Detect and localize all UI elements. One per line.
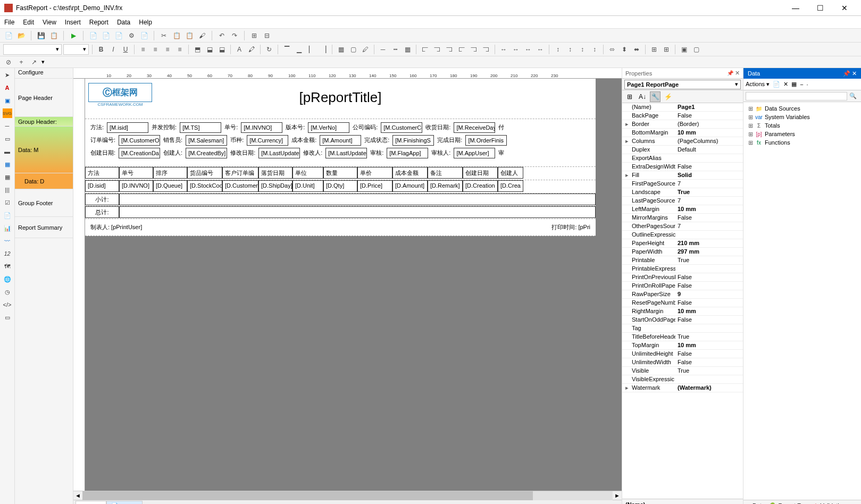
property-row[interactable]: TopMargin10 mm — [622, 341, 743, 350]
tree-item[interactable]: ⊞ΣTotals — [746, 121, 859, 130]
table-header-cell[interactable]: 创建日期 — [463, 167, 498, 179]
rotate-icon[interactable]: ↻ — [264, 44, 274, 55]
map-tool-icon[interactable]: 🗺 — [3, 262, 12, 271]
space-v2-icon[interactable]: ↕ — [565, 44, 575, 55]
total-row[interactable]: 总计: — [85, 206, 596, 219]
page1-tab[interactable]: 📄Page1 — [106, 501, 143, 504]
field-value[interactable]: [M.Amount] — [320, 135, 361, 146]
table-header-area[interactable]: 方法单号排序货品编号客户订单编落货日期单位数量单价成本金额备注创建日期创建人 — [85, 167, 596, 180]
shape-tool-icon[interactable]: ▭ — [3, 134, 12, 144]
property-value[interactable] — [675, 265, 743, 273]
checkbox-tool-icon[interactable]: ☑ — [3, 198, 12, 207]
property-value[interactable]: False — [675, 358, 743, 366]
table-data-cell[interactable]: [D.Remark] — [428, 180, 463, 192]
table-header-cell[interactable]: 创建人 — [498, 167, 523, 179]
menu-edit[interactable]: Edit — [23, 19, 34, 26]
property-row[interactable]: MirrorMarginsFalse — [622, 214, 743, 222]
property-value[interactable] — [675, 324, 743, 332]
property-value[interactable] — [675, 154, 743, 162]
close-panel-icon[interactable]: ✕ — [735, 70, 740, 76]
property-row[interactable]: ResetPageNumberFalse — [622, 299, 743, 307]
report-summary-band[interactable]: Report Summary — [15, 217, 73, 238]
style-plus-icon[interactable]: + — [16, 57, 27, 68]
richtext-tool-icon[interactable]: 📄 — [3, 211, 12, 220]
property-row[interactable]: FirstPageSource7 — [622, 180, 743, 188]
align-left-icon[interactable]: ≡ — [138, 44, 148, 55]
table-header-cell[interactable]: 成本金额 — [392, 167, 428, 179]
expand-icon[interactable]: ⊞ — [748, 131, 753, 138]
table-tool-icon[interactable]: ▦ — [3, 159, 12, 169]
no-style-icon[interactable]: ⊘ — [3, 57, 14, 68]
table-data-cell[interactable]: [D.Crea — [498, 180, 523, 192]
border-bottom-icon[interactable]: ▁ — [294, 44, 304, 55]
tree-item[interactable]: ⊞varSystem Variables — [746, 113, 859, 121]
property-row[interactable]: RawPaperSize9 — [622, 290, 743, 299]
property-row[interactable]: ▸Border(Border) — [622, 120, 743, 129]
table-header-cell[interactable]: 单价 — [357, 167, 392, 179]
new-datasource-icon[interactable]: 📄 — [773, 81, 780, 88]
space-v4-icon[interactable]: ↕ — [589, 44, 600, 55]
preview-icon[interactable]: ▶ — [68, 30, 79, 41]
field-value[interactable]: [M.VerNo] — [308, 122, 349, 133]
property-value[interactable]: (Border) — [675, 120, 743, 128]
property-value[interactable]: False — [675, 350, 743, 358]
valign-top-icon[interactable]: ⬒ — [192, 44, 203, 55]
property-value[interactable]: True — [675, 188, 743, 196]
field-value[interactable]: [M.Salesman] — [186, 135, 227, 146]
table-data-cell[interactable]: [D.StockCod — [187, 180, 222, 192]
pointer-tool-icon[interactable]: ➤ — [3, 70, 12, 80]
field-value[interactable]: [M.CustomerOr — [119, 135, 160, 146]
space-v-icon[interactable]: ↕ — [553, 44, 563, 55]
expand-icon[interactable]: ▸ — [625, 172, 631, 179]
field-value[interactable]: [M.INVNO] — [241, 122, 282, 133]
minimize-button[interactable]: — — [783, 0, 808, 16]
property-value[interactable]: False — [675, 163, 743, 171]
border-style-icon[interactable]: ▦ — [402, 44, 413, 55]
data-search-input[interactable] — [746, 92, 847, 100]
tree-item[interactable]: ⊞📁Data Sources — [746, 104, 859, 113]
table-header-cell[interactable]: 数量 — [323, 167, 357, 179]
group-footer-band[interactable]: Group Footer — [15, 189, 73, 217]
barcode-tool-icon[interactable]: ||| — [3, 185, 12, 195]
border-none-icon[interactable]: ▢ — [348, 44, 358, 55]
menu-file[interactable]: File — [4, 19, 14, 26]
property-row[interactable]: RightMargin10 mm — [622, 307, 743, 316]
data-d-band[interactable]: Data: D — [15, 173, 73, 189]
property-value[interactable]: 9 — [675, 290, 743, 298]
expand-icon[interactable]: ⊞ — [748, 114, 753, 121]
property-value[interactable] — [675, 375, 743, 383]
code-tab[interactable]: ▦Code — [76, 501, 106, 504]
group-header-band-label[interactable]: Group Header: — [15, 117, 73, 127]
page-setup-icon[interactable]: ⚙ — [126, 30, 137, 41]
property-row[interactable]: ▸Watermark(Watermark) — [622, 384, 743, 392]
table-header-cell[interactable]: 客户订单编 — [222, 167, 258, 179]
property-value[interactable]: 297 mm — [675, 248, 743, 256]
field-value[interactable]: [M.TS] — [180, 122, 221, 133]
property-value[interactable]: 7 — [675, 180, 743, 188]
cut-icon[interactable]: ✂ — [158, 30, 169, 41]
line-tool-icon[interactable]: ─ — [3, 121, 12, 131]
valign-mid-icon[interactable]: ⬓ — [204, 44, 215, 55]
property-value[interactable]: False — [675, 299, 743, 307]
page-icon[interactable]: 📄 — [88, 30, 98, 41]
property-row[interactable]: PrintOnRollPaperFalse — [622, 282, 743, 290]
field-value[interactable]: [M.CreatedBy] — [186, 148, 227, 158]
property-value[interactable]: (Watermark) — [675, 384, 743, 392]
layout-align-center-icon[interactable]: ⫎ — [432, 44, 442, 55]
field-value[interactable]: [M.Currency] — [247, 135, 288, 146]
table-data-cell[interactable]: [D.Qty] — [323, 180, 357, 192]
report-canvas[interactable]: Ⓒ框架网 CSFRAMEWORK.COM [pReportTitle] 方法:[… — [85, 79, 622, 491]
textcolor-icon[interactable]: A — [234, 44, 245, 55]
property-row[interactable]: LandscapeTrue — [622, 188, 743, 197]
property-value[interactable] — [675, 231, 743, 239]
property-row[interactable]: ExtraDesignWidthFalse — [622, 163, 743, 171]
table-header-cell[interactable]: 备注 — [428, 167, 463, 179]
close-panel-icon[interactable]: ✕ — [852, 70, 857, 77]
property-value[interactable]: False — [675, 282, 743, 290]
events-icon[interactable]: ⚡ — [663, 91, 673, 102]
property-value[interactable]: 7 — [675, 197, 743, 205]
delete-page-icon[interactable]: 📄 — [139, 30, 149, 41]
property-row[interactable]: (Name)Page1 — [622, 103, 743, 112]
table-data-cell[interactable]: [D.INVNO] — [119, 180, 153, 192]
property-value[interactable]: 210 mm — [675, 239, 743, 247]
